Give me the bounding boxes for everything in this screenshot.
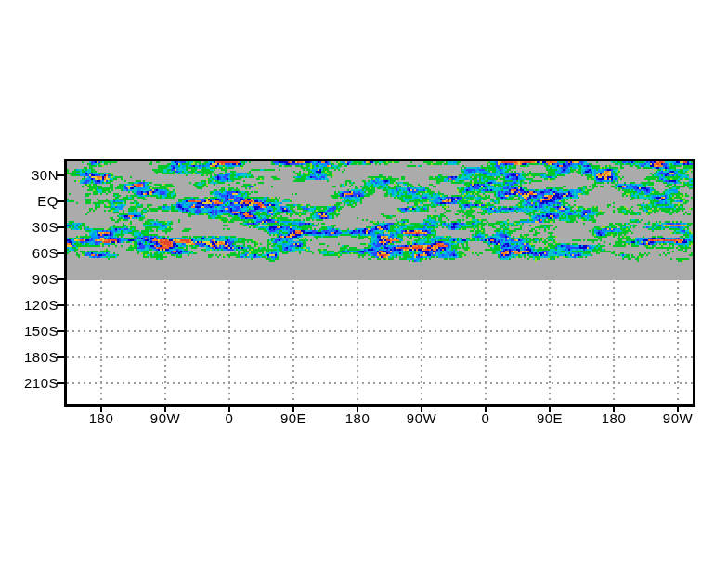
vertical-gridline bbox=[677, 281, 679, 402]
y-tick-label: 120S bbox=[10, 298, 58, 313]
vertical-gridline bbox=[613, 281, 615, 402]
x-tick-label: 0 bbox=[200, 411, 259, 425]
x-tick-label: 90W bbox=[648, 411, 708, 425]
vertical-gridline bbox=[421, 281, 422, 402]
horizontal-gridline bbox=[67, 382, 693, 384]
x-tick-label: 90W bbox=[136, 411, 195, 425]
x-tick-label: 180 bbox=[328, 411, 387, 425]
shaded-field-canvas bbox=[67, 161, 693, 280]
horizontal-gridline bbox=[67, 330, 693, 332]
y-tick-label: 30S bbox=[10, 220, 58, 235]
y-tick-label: 60S bbox=[10, 246, 58, 261]
vertical-gridline bbox=[292, 281, 294, 402]
x-tick-label: 90W bbox=[392, 411, 451, 425]
horizontal-gridline bbox=[67, 304, 693, 306]
horizontal-gridline bbox=[67, 356, 693, 358]
vertical-gridline bbox=[100, 281, 102, 402]
y-tick-label: EQ bbox=[10, 194, 58, 209]
y-tick-label: 210S bbox=[10, 376, 58, 391]
y-tick-label: 90S bbox=[10, 272, 58, 287]
y-tick-label: 150S bbox=[10, 324, 58, 339]
vertical-gridline bbox=[549, 281, 551, 402]
x-tick-label: 90E bbox=[520, 411, 579, 425]
vertical-gridline bbox=[164, 281, 166, 402]
vertical-gridline bbox=[228, 281, 230, 402]
x-tick-label: 180 bbox=[584, 411, 644, 425]
vertical-gridline bbox=[357, 281, 358, 402]
x-tick-label: 90E bbox=[264, 411, 323, 425]
plot-figure: 30NEQ30S60S90S120S150S180S210S 18090W090… bbox=[0, 0, 728, 568]
y-tick-label: 30N bbox=[10, 168, 58, 183]
vertical-gridline bbox=[485, 281, 487, 402]
x-tick-label: 180 bbox=[72, 411, 131, 425]
x-tick-label: 0 bbox=[456, 411, 515, 425]
y-tick-label: 180S bbox=[10, 350, 58, 365]
